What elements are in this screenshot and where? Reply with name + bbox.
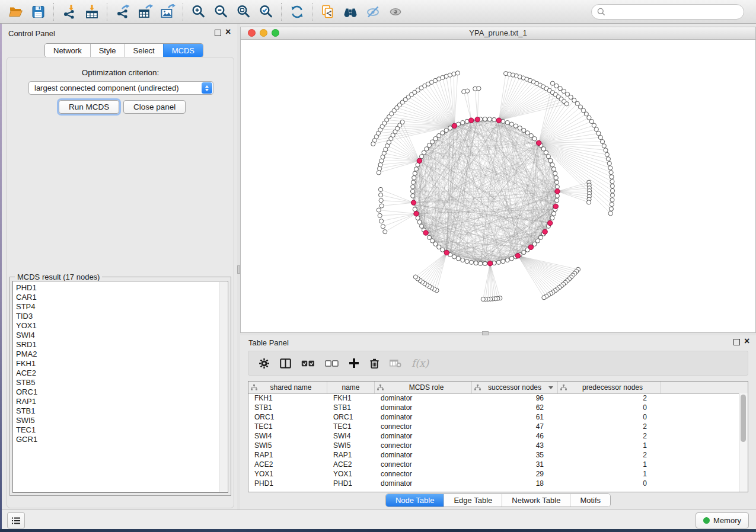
export-network-button[interactable] (111, 2, 134, 22)
dominator-node[interactable] (411, 200, 416, 205)
network-node[interactable] (538, 235, 543, 239)
column-header-shared-name[interactable]: shared name (248, 382, 327, 393)
network-node[interactable] (474, 261, 478, 265)
network-node[interactable] (542, 296, 546, 300)
network-node[interactable] (610, 202, 614, 206)
network-node[interactable] (509, 257, 513, 261)
network-node[interactable] (598, 135, 602, 139)
network-node[interactable] (427, 235, 431, 239)
add-column-button[interactable] (349, 358, 359, 368)
deselect-all-button[interactable] (325, 360, 339, 367)
dominator-node[interactable] (417, 158, 422, 163)
network-node[interactable] (379, 204, 384, 208)
dominator-node[interactable] (475, 117, 480, 122)
zoom-selected-button[interactable] (255, 2, 277, 22)
network-node[interactable] (479, 261, 483, 265)
dominator-node[interactable] (515, 254, 520, 258)
mcds-result-item[interactable]: ORC1 (13, 387, 228, 397)
network-node[interactable] (558, 86, 562, 91)
network-node[interactable] (377, 171, 381, 175)
table-row[interactable]: ACE2ACE2connector311 (248, 460, 739, 469)
select-all-button[interactable] (301, 360, 315, 367)
network-node[interactable] (550, 216, 554, 220)
network-node[interactable] (441, 131, 445, 135)
network-node[interactable] (555, 194, 559, 198)
network-node[interactable] (378, 163, 382, 167)
network-node[interactable] (600, 140, 604, 144)
network-node[interactable] (470, 260, 474, 264)
split-columns-button[interactable] (280, 358, 291, 368)
network-node[interactable] (381, 225, 385, 229)
network-node[interactable] (602, 144, 606, 148)
dominator-node[interactable] (452, 123, 457, 128)
network-node[interactable] (509, 122, 513, 126)
import-network-button[interactable] (58, 2, 81, 22)
table-row[interactable]: RAP1RAP1dominator352 (248, 450, 739, 460)
dominator-node[interactable] (528, 245, 533, 249)
float-table-panel-icon[interactable] (733, 339, 740, 345)
network-node[interactable] (422, 150, 426, 155)
network-node[interactable] (455, 71, 460, 75)
network-node[interactable] (411, 180, 415, 184)
zoom-in-button[interactable] (187, 2, 210, 22)
table-scrollbar[interactable] (739, 393, 748, 492)
network-node[interactable] (529, 133, 533, 137)
network-node[interactable] (546, 155, 550, 159)
network-node[interactable] (589, 119, 594, 123)
network-node[interactable] (550, 163, 554, 167)
network-node[interactable] (430, 140, 435, 144)
run-mcds-button[interactable]: Run MCDS (59, 100, 119, 114)
dominator-node[interactable] (487, 261, 492, 266)
network-window-titlebar[interactable]: YPA_prune.txt_1 (241, 27, 755, 40)
network-node[interactable] (427, 143, 431, 148)
tab-edge-table[interactable]: Edge Table (444, 494, 502, 507)
network-node[interactable] (505, 120, 509, 124)
float-panel-icon[interactable] (215, 30, 221, 36)
network-node[interactable] (505, 258, 509, 262)
network-node[interactable] (608, 166, 613, 170)
network-node[interactable] (554, 198, 559, 203)
horizontal-splitter-handle[interactable] (482, 331, 489, 335)
network-node[interactable] (587, 116, 591, 120)
mcds-result-item[interactable]: PMA2 (13, 350, 228, 359)
network-node[interactable] (465, 89, 470, 93)
mcds-result-item[interactable]: CAR1 (13, 293, 228, 302)
network-node[interactable] (551, 211, 556, 216)
network-node[interactable] (605, 152, 609, 156)
network-node[interactable] (410, 189, 414, 193)
save-session-button[interactable] (27, 2, 50, 22)
zoom-out-button[interactable] (210, 2, 232, 22)
network-node[interactable] (412, 176, 416, 180)
tab-node-table[interactable]: Node Table (386, 494, 444, 507)
tab-mcds[interactable]: MCDS (163, 44, 203, 57)
dominator-node[interactable] (537, 140, 541, 145)
mcds-result-item[interactable]: SWI4 (13, 331, 228, 340)
mcds-result-item[interactable]: SWI5 (13, 416, 228, 425)
column-header-predecessor-nodes[interactable]: predecessor nodes (558, 382, 661, 393)
network-node[interactable] (522, 128, 526, 132)
network-node[interactable] (575, 101, 579, 105)
mcds-list-scrollbar[interactable] (219, 282, 227, 492)
table-row[interactable]: YOX1YOX1connector291 (248, 469, 739, 479)
network-node[interactable] (610, 198, 614, 202)
mcds-result-item[interactable]: PHD1 (13, 283, 228, 293)
network-node[interactable] (610, 175, 614, 179)
network-node[interactable] (562, 89, 566, 93)
network-node[interactable] (461, 120, 465, 124)
search-box[interactable] (591, 4, 744, 20)
network-node[interactable] (541, 147, 546, 151)
dominator-node[interactable] (444, 250, 449, 255)
memory-button[interactable]: Memory (696, 512, 749, 528)
network-node[interactable] (383, 230, 387, 234)
network-node[interactable] (555, 185, 559, 189)
network-node[interactable] (413, 275, 417, 279)
tab-select[interactable]: Select (125, 44, 163, 57)
network-node[interactable] (564, 102, 569, 106)
table-row[interactable]: ORC1ORC1dominator610 (248, 412, 739, 422)
network-node[interactable] (522, 250, 526, 254)
import-table-button[interactable] (81, 2, 103, 22)
network-node[interactable] (554, 180, 559, 184)
network-node[interactable] (411, 194, 415, 198)
mcds-result-item[interactable]: STB5 (13, 378, 228, 387)
network-node[interactable] (441, 248, 445, 252)
